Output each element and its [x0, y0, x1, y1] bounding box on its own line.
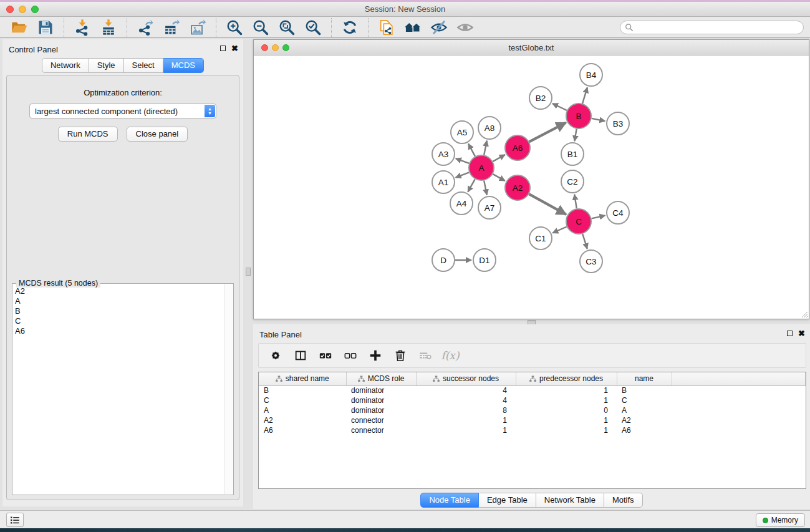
- node-A[interactable]: A: [469, 155, 494, 180]
- show-eye-icon[interactable]: [452, 17, 478, 37]
- table-cell[interactable]: 1: [416, 415, 516, 425]
- task-history-button[interactable]: [6, 513, 24, 527]
- tab-node-table[interactable]: Node Table: [420, 493, 479, 508]
- add-row-icon[interactable]: [365, 346, 386, 365]
- save-session-icon[interactable]: [32, 17, 59, 37]
- close-panel-button[interactable]: Close panel: [127, 127, 188, 142]
- edge-A-A5[interactable]: [468, 143, 475, 156]
- node-A7[interactable]: A7: [478, 196, 501, 219]
- column-header-name[interactable]: name: [617, 372, 672, 385]
- hide-selected-eye-icon[interactable]: [426, 17, 452, 37]
- table-cell[interactable]: 1: [516, 415, 617, 425]
- table-cell[interactable]: A2: [259, 415, 346, 425]
- column-header-shared-name[interactable]: shared name: [259, 372, 346, 385]
- edge-A-A1[interactable]: [456, 172, 470, 177]
- table-row[interactable]: Adominator80A: [259, 405, 806, 415]
- node-B3[interactable]: B3: [607, 112, 629, 135]
- edge-C-C1[interactable]: [552, 226, 567, 233]
- node-B2[interactable]: B2: [529, 87, 552, 109]
- tab-style[interactable]: Style: [89, 58, 124, 73]
- node-A8[interactable]: A8: [478, 117, 501, 139]
- import-network-icon[interactable]: [69, 17, 95, 37]
- mcds-result-item[interactable]: C: [15, 316, 223, 326]
- table-cell[interactable]: A: [259, 405, 346, 415]
- tab-network-table[interactable]: Network Table: [536, 493, 604, 508]
- node-C[interactable]: C: [566, 209, 591, 234]
- table-cell[interactable]: dominator: [346, 395, 416, 405]
- column-header-successor-nodes[interactable]: successor nodes: [416, 372, 516, 385]
- float-panel-icon[interactable]: [220, 46, 226, 51]
- close-panel-icon[interactable]: ✖: [231, 46, 238, 51]
- edge-C-C4[interactable]: [591, 216, 605, 219]
- network-graph[interactable]: B4B2BB3A8A5A6A3B1AA1C2A2A4A7C4CC1DD1C3: [254, 56, 809, 319]
- vertical-splitter-handle[interactable]: [246, 268, 251, 276]
- edge-A-A3[interactable]: [456, 158, 469, 163]
- table-cell[interactable]: 8: [416, 405, 516, 415]
- optimization-criterion-select[interactable]: largest connected component (directed) ▲…: [29, 104, 216, 118]
- settings-gear-icon[interactable]: [265, 346, 286, 365]
- network-from-selection-icon[interactable]: [374, 17, 400, 37]
- table-cell[interactable]: B: [259, 385, 346, 395]
- node-B[interactable]: B: [566, 104, 591, 128]
- close-table-panel-icon[interactable]: ✖: [798, 331, 805, 336]
- tab-select[interactable]: Select: [124, 58, 163, 73]
- export-network-icon[interactable]: [132, 17, 158, 37]
- float-table-panel-icon[interactable]: [787, 331, 793, 336]
- node-A1[interactable]: A1: [432, 171, 455, 193]
- node-A2[interactable]: A2: [505, 175, 530, 200]
- table-cell[interactable]: 0: [516, 405, 617, 415]
- node-A6[interactable]: A6: [505, 135, 530, 160]
- table-cell[interactable]: 1: [516, 425, 617, 435]
- node-B4[interactable]: B4: [580, 64, 602, 86]
- edge-C-C2[interactable]: [574, 195, 577, 209]
- node-B1[interactable]: B1: [561, 143, 584, 165]
- table-row[interactable]: Bdominator41B: [259, 385, 806, 395]
- table-cell[interactable]: dominator: [346, 385, 416, 395]
- mcds-result-item[interactable]: A2: [15, 286, 223, 296]
- memory-button[interactable]: Memory: [756, 513, 805, 527]
- table-row[interactable]: A2connector11A2: [259, 415, 806, 425]
- node-A4[interactable]: A4: [450, 192, 473, 215]
- home-icon[interactable]: [400, 17, 426, 37]
- table-cell[interactable]: 4: [416, 395, 516, 405]
- table-cell[interactable]: 1: [516, 395, 617, 405]
- node-C2[interactable]: C2: [561, 170, 584, 193]
- edge-C-C3[interactable]: [582, 234, 587, 249]
- mcds-result-item[interactable]: B: [15, 306, 223, 316]
- import-table-icon[interactable]: [95, 17, 122, 37]
- network-canvas[interactable]: B4B2BB3A8A5A6A3B1AA1C2A2A4A7C4CC1DD1C3: [254, 56, 809, 319]
- node-D1[interactable]: D1: [473, 249, 496, 271]
- edge-B-B2[interactable]: [552, 104, 567, 110]
- table-cell[interactable]: 1: [416, 425, 516, 435]
- zoom-fit-icon[interactable]: [274, 17, 300, 37]
- edge-B-B1[interactable]: [574, 129, 576, 142]
- edge-B-B4[interactable]: [582, 87, 587, 104]
- unselect-all-columns-icon[interactable]: [340, 346, 361, 365]
- delete-row-icon[interactable]: [390, 346, 411, 365]
- edge-A-A4[interactable]: [468, 179, 475, 191]
- edge-A-A8[interactable]: [484, 141, 487, 155]
- node-C1[interactable]: C1: [529, 227, 552, 249]
- search-input[interactable]: [620, 21, 804, 34]
- table-cell[interactable]: dominator: [346, 405, 416, 415]
- mcds-result-item[interactable]: A6: [15, 326, 223, 336]
- zoom-in-icon[interactable]: [221, 17, 248, 37]
- run-mcds-button[interactable]: Run MCDS: [58, 127, 118, 142]
- export-table-icon[interactable]: [158, 17, 185, 37]
- table-cell[interactable]: 4: [416, 385, 516, 395]
- table-cell[interactable]: 1: [516, 385, 617, 395]
- node-C3[interactable]: C3: [580, 250, 602, 273]
- zoom-out-icon[interactable]: [248, 17, 274, 37]
- open-session-icon[interactable]: [6, 17, 32, 37]
- edge-A-A2[interactable]: [493, 174, 504, 181]
- node-D[interactable]: D: [432, 249, 455, 271]
- result-scrollbar[interactable]: [224, 284, 233, 494]
- table-cell[interactable]: connector: [346, 415, 416, 425]
- table-cell[interactable]: A6: [617, 425, 672, 435]
- node-A3[interactable]: A3: [432, 143, 455, 165]
- network-window-titlebar[interactable]: testGlobe.txt: [254, 40, 809, 56]
- edge-A-A7[interactable]: [484, 181, 487, 195]
- refresh-icon[interactable]: [337, 17, 363, 37]
- tab-mcds[interactable]: MCDS: [163, 58, 204, 73]
- edge-A-A6[interactable]: [493, 155, 504, 162]
